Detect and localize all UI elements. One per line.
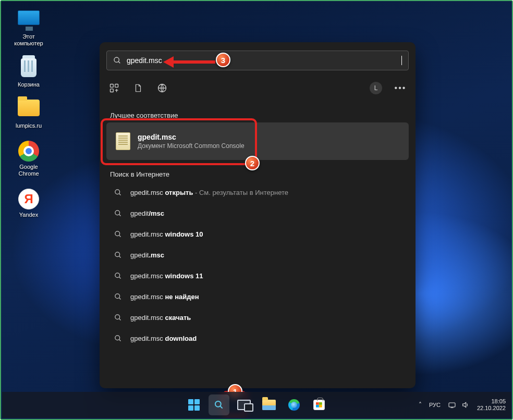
svg-line-1 xyxy=(118,61,120,63)
search-icon xyxy=(114,314,122,322)
taskbar-center xyxy=(184,394,329,415)
trash-icon xyxy=(17,58,41,79)
clock[interactable]: 18:05 22.10.2022 xyxy=(477,398,506,412)
edge-button[interactable] xyxy=(284,394,304,415)
taskbar-right: ˄ РУС 18:05 22.10.2022 xyxy=(419,398,506,412)
svg-point-12 xyxy=(115,252,120,256)
search-icon xyxy=(114,230,122,238)
svg-point-18 xyxy=(115,314,120,319)
search-icon xyxy=(114,272,122,280)
time-text: 18:05 xyxy=(477,398,506,405)
filter-web-icon[interactable] xyxy=(156,82,168,94)
svg-point-16 xyxy=(115,293,120,298)
best-match-title: gpedit.msc xyxy=(138,133,245,141)
desktop-icon-label: Корзина xyxy=(8,81,49,88)
section-web-search: Поиск в Интернете xyxy=(110,170,169,178)
desktop-icon-chrome[interactable]: Google Chrome xyxy=(8,141,49,177)
text-caret xyxy=(401,56,402,65)
search-bar[interactable] xyxy=(106,51,409,70)
user-avatar[interactable]: L xyxy=(370,82,382,94)
svg-point-6 xyxy=(115,189,120,194)
svg-line-9 xyxy=(119,214,120,216)
desktop-icon-label: Google Chrome xyxy=(8,164,49,177)
start-search-panel: L ••• Лучшее соответствие gpedit.msc Док… xyxy=(100,42,416,388)
search-icon xyxy=(214,400,224,410)
search-icon xyxy=(114,189,122,196)
system-tray[interactable] xyxy=(448,401,470,409)
desktop-icon-label: lumpics.ru xyxy=(8,122,49,129)
store-button[interactable] xyxy=(309,394,329,415)
desktop-icon-recycle-bin[interactable]: Корзина xyxy=(8,58,49,88)
desktop-icon-label: Этот компьютер xyxy=(8,33,49,47)
svg-line-21 xyxy=(119,339,120,341)
section-best-match: Лучшее соответствие xyxy=(110,112,178,119)
explorer-icon xyxy=(262,400,276,410)
suggestion-item[interactable]: gpedit/msc xyxy=(107,203,408,224)
network-icon xyxy=(448,401,456,409)
best-match-subtitle: Документ Microsoft Common Console xyxy=(138,142,245,150)
yandex-icon xyxy=(17,189,41,209)
filter-apps-icon[interactable] xyxy=(108,82,120,94)
windows-icon xyxy=(188,399,200,411)
chrome-icon xyxy=(17,141,41,162)
taskbar-search-button[interactable] xyxy=(209,394,229,415)
volume-icon xyxy=(461,401,470,409)
suggestion-item[interactable]: gpedit.msc download xyxy=(107,328,408,349)
start-button[interactable] xyxy=(184,394,204,415)
desktop-icons: Этот компьютер Корзина lumpics.ru Google… xyxy=(8,10,49,230)
explorer-button[interactable] xyxy=(259,394,279,415)
language-indicator[interactable]: РУС xyxy=(429,402,441,408)
more-button[interactable]: ••• xyxy=(394,83,407,93)
svg-point-22 xyxy=(215,401,221,407)
svg-line-19 xyxy=(119,318,120,320)
svg-rect-3 xyxy=(115,84,118,88)
svg-line-13 xyxy=(119,256,120,257)
svg-line-17 xyxy=(119,298,120,299)
suggestion-item[interactable]: gpedit.msc открыть - См. результаты в Ин… xyxy=(107,182,408,203)
desktop-icon-folder[interactable]: lumpics.ru xyxy=(8,100,49,129)
date-text: 22.10.2022 xyxy=(477,405,506,412)
document-icon xyxy=(116,132,130,150)
taskview-icon xyxy=(237,400,251,410)
desktop-icon-label: Yandex xyxy=(8,212,49,218)
suggestion-item[interactable]: gpedit.msc не найден xyxy=(107,286,408,307)
svg-point-20 xyxy=(115,335,120,340)
filter-documents-icon[interactable] xyxy=(132,82,144,94)
svg-rect-2 xyxy=(111,84,114,88)
svg-rect-4 xyxy=(111,89,114,92)
edge-icon xyxy=(288,399,300,411)
svg-line-11 xyxy=(119,235,120,237)
folder-icon xyxy=(17,100,41,120)
search-icon xyxy=(114,335,122,342)
search-icon xyxy=(114,251,122,259)
svg-point-14 xyxy=(115,273,120,277)
suggestion-item[interactable]: gpedit.msc скачать xyxy=(107,307,408,328)
suggestion-item[interactable]: gpedit.msc windows 11 xyxy=(107,265,408,286)
store-icon xyxy=(313,400,325,410)
svg-line-15 xyxy=(119,277,120,278)
search-icon xyxy=(114,209,122,217)
task-view-button[interactable] xyxy=(234,394,254,415)
svg-rect-24 xyxy=(449,403,455,407)
taskbar: ˄ РУС 18:05 22.10.2022 xyxy=(2,392,511,418)
svg-line-7 xyxy=(119,193,120,195)
web-suggestions: gpedit.msc открыть - См. результаты в Ин… xyxy=(107,182,408,349)
desktop-icon-this-pc[interactable]: Этот компьютер xyxy=(8,10,49,47)
suggestion-item[interactable]: gpedit.msc xyxy=(107,244,408,265)
svg-point-0 xyxy=(114,57,119,62)
monitor-icon xyxy=(17,10,41,31)
screen: Этот компьютер Корзина lumpics.ru Google… xyxy=(0,0,513,420)
suggestion-item[interactable]: gpedit.msc windows 10 xyxy=(107,224,408,244)
svg-line-23 xyxy=(221,406,223,409)
search-icon xyxy=(114,293,122,301)
search-filter-row: L ••• xyxy=(108,80,407,96)
search-icon xyxy=(113,56,121,65)
tray-overflow-button[interactable]: ˄ xyxy=(419,401,422,409)
svg-point-10 xyxy=(115,231,120,236)
svg-point-8 xyxy=(115,210,120,215)
desktop-icon-yandex[interactable]: Yandex xyxy=(8,189,49,218)
search-input[interactable] xyxy=(127,51,404,70)
best-match-result[interactable]: gpedit.msc Документ Microsoft Common Con… xyxy=(106,122,409,160)
